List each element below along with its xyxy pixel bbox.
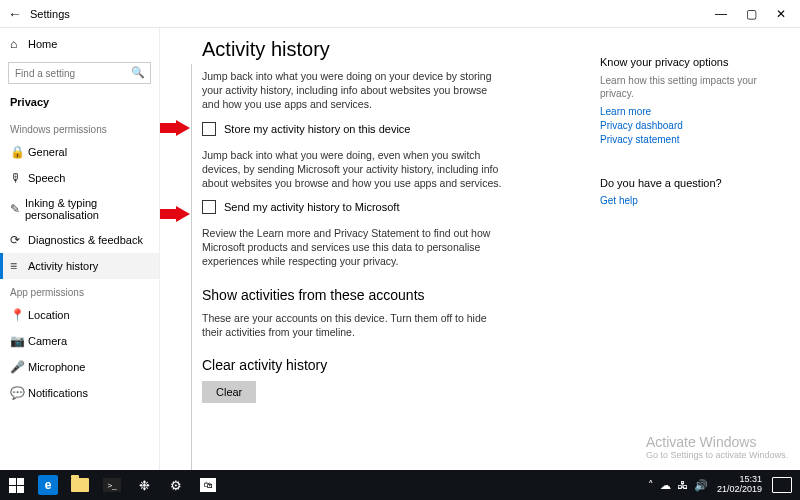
start-button[interactable] (0, 470, 32, 500)
watermark-line2: Go to Settings to activate Windows. (646, 450, 788, 460)
taskbar-explorer[interactable] (64, 470, 96, 500)
sidebar-item-diagnostics[interactable]: ⟳Diagnostics & feedback (0, 227, 159, 253)
history-icon: ≡ (10, 259, 28, 273)
sidebar-item-label: General (28, 146, 67, 158)
link-learn-more[interactable]: Learn more (600, 106, 784, 117)
home-nav[interactable]: ⌂ Home (0, 32, 159, 56)
system-tray: ˄ ☁ 🖧 🔊 15:31 21/02/2019 (645, 475, 800, 495)
sidebar-item-label: Location (28, 309, 70, 321)
taskbar-terminal[interactable]: >_ (96, 470, 128, 500)
privacy-options-hint: Learn how this setting impacts your priv… (600, 74, 784, 100)
mic-icon: 🎙 (10, 171, 28, 185)
microphone-icon: 🎤 (10, 360, 28, 374)
link-get-help[interactable]: Get help (600, 195, 784, 206)
sidebar-item-microphone[interactable]: 🎤Microphone (0, 354, 159, 380)
link-privacy-dashboard[interactable]: Privacy dashboard (600, 120, 784, 131)
minimize-button[interactable]: — (706, 7, 736, 21)
lock-icon: 🔒 (10, 145, 28, 159)
question-heading: Do you have a question? (600, 177, 784, 189)
checkbox-label: Send my activity history to Microsoft (224, 201, 399, 213)
sidebar-item-label: Microphone (28, 361, 85, 373)
tray-network-icon[interactable]: 🖧 (677, 479, 688, 491)
page-title: Activity history (202, 38, 580, 61)
svg-marker-0 (160, 120, 190, 136)
main-area: ⌂ Home 🔍 Privacy Windows permissions 🔒Ge… (0, 28, 800, 470)
search-wrap: 🔍 (8, 62, 151, 84)
clear-heading: Clear activity history (202, 357, 580, 373)
sidebar-item-camera[interactable]: 📷Camera (0, 328, 159, 354)
feedback-icon: ⟳ (10, 233, 28, 247)
terminal-icon: >_ (103, 478, 121, 492)
app-icon: ❉ (139, 478, 150, 493)
maximize-button[interactable]: ▢ (736, 7, 766, 21)
sidebar-item-speech[interactable]: 🎙Speech (0, 165, 159, 191)
checkbox-label: Store my activity history on this device (224, 123, 410, 135)
clock-date: 21/02/2019 (717, 485, 762, 495)
taskbar-settings[interactable]: ⚙ (160, 470, 192, 500)
checkbox-send-history[interactable]: Send my activity history to Microsoft (202, 200, 580, 214)
sidebar-item-label: Speech (28, 172, 65, 184)
sidebar: ⌂ Home 🔍 Privacy Windows permissions 🔒Ge… (0, 28, 160, 470)
review-paragraph: Review the Learn more and Privacy Statem… (202, 226, 502, 269)
window-title: Settings (26, 8, 70, 20)
store-icon: 🛍 (200, 478, 216, 492)
checkbox-icon (202, 122, 216, 136)
taskbar-clock[interactable]: 15:31 21/02/2019 (711, 475, 768, 495)
search-input[interactable] (8, 62, 151, 84)
sidebar-item-label: Activity history (28, 260, 98, 272)
checkbox-store-history[interactable]: Store my activity history on this device (202, 122, 580, 136)
tray-chevron-icon[interactable]: ˄ (648, 479, 654, 492)
content-pane: Activity history Jump back into what you… (160, 28, 600, 470)
sidebar-item-location[interactable]: 📍Location (0, 302, 159, 328)
sidebar-item-label: Inking & typing personalisation (25, 197, 149, 221)
intro-paragraph-1: Jump back into what you were doing on yo… (202, 69, 502, 112)
accounts-paragraph: These are your accounts on this device. … (202, 311, 502, 339)
home-icon: ⌂ (10, 37, 28, 51)
notifications-icon: 💬 (10, 386, 28, 400)
folder-icon (71, 478, 89, 492)
sidebar-item-label: Diagnostics & feedback (28, 234, 143, 246)
sidebar-item-general[interactable]: 🔒General (0, 139, 159, 165)
taskbar-app-1[interactable]: ❉ (128, 470, 160, 500)
sidebar-section-winperms: Windows permissions (0, 116, 159, 139)
annotation-arrow-1 (160, 120, 190, 136)
sidebar-item-notifications[interactable]: 💬Notifications (0, 380, 159, 406)
right-panel: Know your privacy options Learn how this… (600, 28, 800, 470)
clear-button[interactable]: Clear (202, 381, 256, 403)
sidebar-item-label: Camera (28, 335, 67, 347)
windows-logo-icon (9, 478, 24, 493)
taskbar-edge[interactable]: e (32, 470, 64, 500)
tray-volume-icon[interactable]: 🔊 (694, 479, 708, 492)
gear-icon: ⚙ (170, 478, 182, 493)
sidebar-item-label: Notifications (28, 387, 88, 399)
checkbox-icon (202, 200, 216, 214)
sidebar-section-appperms: App permissions (0, 279, 159, 302)
svg-marker-1 (160, 206, 190, 222)
activate-watermark: Activate Windows Go to Settings to activ… (646, 434, 788, 460)
intro-paragraph-2: Jump back into what you were doing, even… (202, 148, 502, 191)
home-label: Home (28, 38, 57, 50)
annotation-arrow-2 (160, 206, 190, 222)
titlebar: ← Settings — ▢ ✕ (0, 0, 800, 28)
edge-icon: e (38, 475, 58, 495)
taskbar-store[interactable]: 🛍 (192, 470, 224, 500)
search-icon: 🔍 (131, 66, 145, 79)
tray-onedrive-icon[interactable]: ☁ (660, 479, 671, 492)
pen-icon: ✎ (10, 202, 25, 216)
action-center-icon[interactable] (772, 477, 792, 493)
watermark-line1: Activate Windows (646, 434, 788, 450)
back-button[interactable]: ← (4, 6, 26, 22)
accounts-heading: Show activities from these accounts (202, 287, 580, 303)
sidebar-item-inking[interactable]: ✎Inking & typing personalisation (0, 191, 159, 227)
sidebar-item-activity-history[interactable]: ≡Activity history (0, 253, 159, 279)
close-button[interactable]: ✕ (766, 7, 796, 21)
sidebar-category: Privacy (0, 90, 159, 116)
taskbar: e >_ ❉ ⚙ 🛍 ˄ ☁ 🖧 🔊 15:31 21/02/2019 (0, 470, 800, 500)
privacy-options-heading: Know your privacy options (600, 56, 784, 68)
camera-icon: 📷 (10, 334, 28, 348)
scroll-guide (191, 64, 192, 470)
location-icon: 📍 (10, 308, 28, 322)
link-privacy-statement[interactable]: Privacy statement (600, 134, 784, 145)
